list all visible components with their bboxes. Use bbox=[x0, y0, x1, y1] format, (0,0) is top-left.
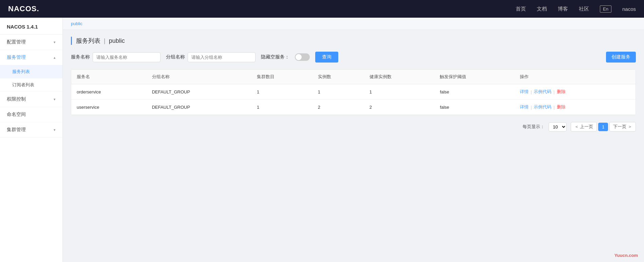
cell-group-name-0: DEFAULT_GROUP bbox=[147, 84, 251, 100]
service-name-field: 服务名称 bbox=[71, 52, 160, 62]
sidebar-item-service-list[interactable]: 服务列表 bbox=[0, 65, 62, 78]
hide-empty-toggle[interactable] bbox=[295, 53, 310, 61]
detail-link-1[interactable]: 详情 bbox=[520, 104, 529, 110]
hide-empty-label: 隐藏空服务： bbox=[261, 54, 289, 60]
table-head: 服务名 分组名称 集群数目 实例数 健康实例数 触发保护阈值 操作 bbox=[71, 70, 636, 84]
service-name-input[interactable] bbox=[93, 52, 160, 62]
group-name-input[interactable] bbox=[188, 52, 255, 62]
nav-docs[interactable]: 文档 bbox=[537, 6, 547, 12]
sidebar-item-config[interactable]: 配置管理 ▾ bbox=[0, 35, 62, 50]
breadcrumb: public bbox=[63, 18, 644, 30]
table-row: orderservice DEFAULT_GROUP 1 1 1 false 详… bbox=[71, 84, 636, 100]
page-title-bar: 服务列表 | public bbox=[71, 37, 636, 45]
sidebar-item-subscriber-list[interactable]: 订阅者列表 bbox=[0, 78, 62, 92]
pagination-bar: 每页显示： 10 20 50 ＜ 上一页 1 下一页 ＞ bbox=[71, 122, 636, 132]
cell-healthy-count-0: 1 bbox=[364, 84, 435, 100]
nav-blog[interactable]: 博客 bbox=[558, 6, 568, 12]
cell-service-name-1: userservice bbox=[71, 100, 147, 115]
example-link-0[interactable]: 示例代码 bbox=[534, 89, 551, 95]
chevron-down-icon-auth: ▾ bbox=[54, 97, 56, 102]
delete-link-1[interactable]: 删除 bbox=[557, 104, 566, 110]
col-cluster-count: 集群数目 bbox=[251, 70, 312, 84]
col-instance-count: 实例数 bbox=[312, 70, 364, 84]
nav-links: 首页 文档 博客 社区 En nacos bbox=[516, 5, 636, 13]
create-service-button[interactable]: 创建服务 bbox=[606, 52, 636, 63]
next-page-button[interactable]: 下一页 ＞ bbox=[609, 122, 636, 132]
cell-service-name-0: orderservice bbox=[71, 84, 147, 100]
nav-home[interactable]: 首页 bbox=[516, 6, 526, 12]
logo: NACOS. bbox=[8, 4, 39, 13]
sidebar: NACOS 1.4.1 配置管理 ▾ 服务管理 ▴ 服务列表 订阅者列表 权限控… bbox=[0, 18, 63, 262]
chevron-down-icon: ▾ bbox=[54, 40, 56, 45]
per-page-select[interactable]: 10 20 50 bbox=[549, 122, 567, 132]
cell-group-name-1: DEFAULT_GROUP bbox=[147, 100, 251, 115]
logo-text: NACOS. bbox=[8, 4, 39, 13]
chevron-down-icon-cluster: ▾ bbox=[54, 128, 56, 132]
cell-instance-count-1: 2 bbox=[312, 100, 364, 115]
page-title: 服务列表 bbox=[76, 37, 100, 45]
sidebar-item-service[interactable]: 服务管理 ▴ bbox=[0, 50, 62, 65]
table-body: orderservice DEFAULT_GROUP 1 1 1 false 详… bbox=[71, 84, 636, 115]
sidebar-item-config-label: 配置管理 bbox=[7, 39, 26, 45]
nav-community[interactable]: 社区 bbox=[579, 6, 589, 12]
user-label: nacos bbox=[622, 6, 636, 12]
cell-actions-1: 详情 | 示例代码 | 删除 bbox=[514, 100, 636, 115]
sidebar-title: NACOS 1.4.1 bbox=[0, 18, 62, 35]
lang-button[interactable]: En bbox=[600, 5, 611, 13]
col-protect-threshold: 触发保护阈值 bbox=[434, 70, 514, 84]
cell-cluster-count-0: 1 bbox=[251, 84, 312, 100]
content-area: 服务列表 | public 服务名称 分组名称 隐藏空服务： 查询 创建服务 bbox=[63, 30, 644, 138]
query-button[interactable]: 查询 bbox=[315, 52, 338, 63]
prev-page-button[interactable]: ＜ 上一页 bbox=[571, 122, 597, 132]
cell-protect-threshold-0: false bbox=[434, 84, 514, 100]
delete-link-0[interactable]: 删除 bbox=[557, 89, 566, 95]
table-header-row: 服务名 分组名称 集群数目 实例数 健康实例数 触发保护阈值 操作 bbox=[71, 70, 636, 84]
top-navigation: NACOS. 首页 文档 博客 社区 En nacos bbox=[0, 0, 644, 18]
col-healthy-count: 健康实例数 bbox=[364, 70, 435, 84]
page-namespace: public bbox=[109, 37, 125, 45]
chevron-up-icon: ▴ bbox=[54, 55, 56, 60]
sidebar-item-cluster[interactable]: 集群管理 ▾ bbox=[0, 122, 62, 138]
sidebar-item-cluster-label: 集群管理 bbox=[7, 127, 26, 133]
cell-cluster-count-1: 1 bbox=[251, 100, 312, 115]
per-page-label: 每页显示： bbox=[523, 124, 545, 130]
sidebar-item-auth-label: 权限控制 bbox=[7, 96, 26, 102]
current-page-button[interactable]: 1 bbox=[598, 123, 608, 131]
service-table: 服务名 分组名称 集群数目 实例数 健康实例数 触发保护阈值 操作 orders… bbox=[71, 70, 636, 115]
sidebar-item-service-label: 服务管理 bbox=[7, 54, 26, 60]
page-buttons: ＜ 上一页 1 下一页 ＞ bbox=[571, 122, 636, 132]
breadcrumb-item-public[interactable]: public bbox=[71, 21, 82, 26]
example-link-1[interactable]: 示例代码 bbox=[534, 104, 551, 110]
col-group-name: 分组名称 bbox=[147, 70, 251, 84]
search-bar: 服务名称 分组名称 隐藏空服务： 查询 创建服务 bbox=[71, 52, 636, 63]
service-name-label: 服务名称 bbox=[71, 54, 90, 60]
title-separator: | bbox=[104, 37, 106, 45]
group-name-field: 分组名称 bbox=[166, 52, 255, 62]
sidebar-item-auth[interactable]: 权限控制 ▾ bbox=[0, 92, 62, 107]
main-content: public 服务列表 | public 服务名称 分组名称 隐藏空服务： bbox=[63, 18, 644, 262]
col-actions: 操作 bbox=[514, 70, 636, 84]
service-table-wrapper: 服务名 分组名称 集群数目 实例数 健康实例数 触发保护阈值 操作 orders… bbox=[71, 69, 636, 115]
cell-actions-0: 详情 | 示例代码 | 删除 bbox=[514, 84, 636, 100]
cell-healthy-count-1: 2 bbox=[364, 100, 435, 115]
cell-instance-count-0: 1 bbox=[312, 84, 364, 100]
cell-protect-threshold-1: false bbox=[434, 100, 514, 115]
sidebar-item-namespace[interactable]: 命名空间 bbox=[0, 107, 62, 122]
main-layout: NACOS 1.4.1 配置管理 ▾ 服务管理 ▴ 服务列表 订阅者列表 权限控… bbox=[0, 18, 644, 262]
table-row: userservice DEFAULT_GROUP 1 2 2 false 详情… bbox=[71, 100, 636, 115]
sidebar-item-namespace-label: 命名空间 bbox=[7, 111, 26, 118]
group-name-label: 分组名称 bbox=[166, 54, 185, 60]
detail-link-0[interactable]: 详情 bbox=[520, 89, 529, 95]
col-service-name: 服务名 bbox=[71, 70, 147, 84]
